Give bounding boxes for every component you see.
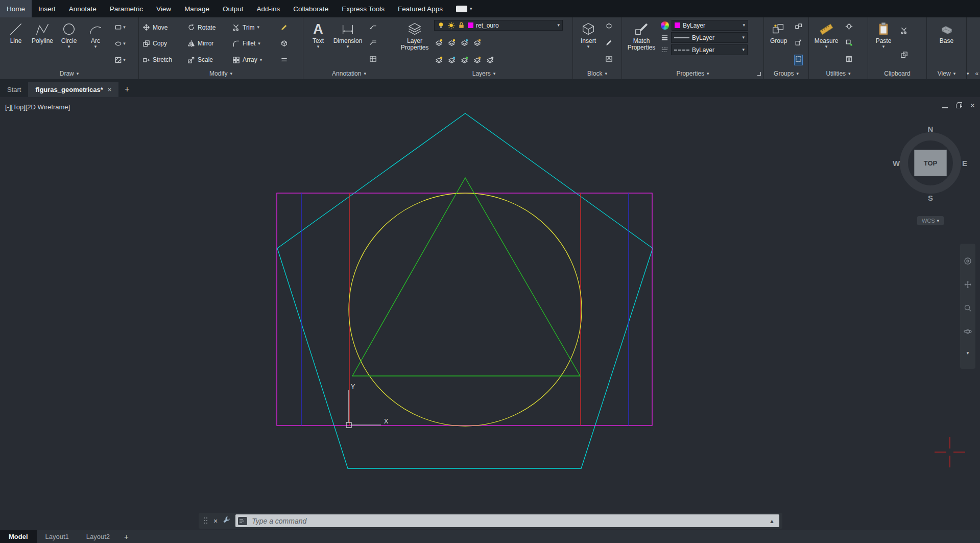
color-wheel-icon[interactable] xyxy=(661,21,669,30)
group-edit-button[interactable] xyxy=(795,39,802,49)
ribbon-collapse-icon[interactable]: « xyxy=(975,70,979,77)
layer-lock-button[interactable] xyxy=(473,39,481,49)
command-history-icon[interactable]: ▲ xyxy=(769,518,775,524)
menu-tab-output[interactable]: Output xyxy=(216,0,250,17)
menu-tab-view[interactable]: View xyxy=(150,0,178,17)
lineweight-select[interactable]: ByLayer ▾ xyxy=(671,32,748,43)
rectangle-tool-button[interactable]: ▾ xyxy=(114,23,126,31)
annotation-panel-title[interactable]: Annotation ▾ xyxy=(303,68,395,79)
insert-button[interactable]: Insert ▾ xyxy=(576,19,601,68)
polyline-button[interactable]: Polyline xyxy=(29,19,56,68)
dimension-button[interactable]: Dimension ▾ xyxy=(330,19,365,68)
copy-button[interactable]: Copy xyxy=(141,36,186,52)
command-input[interactable]: Type a command ▲ xyxy=(235,514,779,527)
block-panel-title[interactable]: Block ▾ xyxy=(573,68,622,79)
pan-icon[interactable] xyxy=(964,280,972,291)
base-view-button[interactable]: Base xyxy=(934,19,960,68)
orbit-icon[interactable] xyxy=(964,327,972,338)
array-button[interactable]: Array ▾ xyxy=(231,52,279,68)
drag-grip-icon[interactable] xyxy=(204,517,208,524)
quick-select-button[interactable] xyxy=(845,39,853,49)
trim-button[interactable]: Trim ▾ xyxy=(231,19,279,36)
clipboard-panel-title[interactable]: Clipboard xyxy=(868,68,926,79)
layer-on-button[interactable] xyxy=(435,56,443,66)
viewport-controls[interactable]: [-][Top][2D Wireframe] xyxy=(5,103,70,111)
navbar-more-icon[interactable]: ▾ xyxy=(967,351,969,356)
layers-panel-title[interactable]: Layers ▾ xyxy=(395,68,572,79)
viewcube-west[interactable]: W xyxy=(893,159,900,168)
command-customize-icon[interactable] xyxy=(238,517,247,525)
layer-properties-button[interactable]: Layer Properties xyxy=(398,19,432,68)
layer-unisolate-button[interactable] xyxy=(448,56,456,66)
new-drawing-button[interactable]: + xyxy=(118,82,135,97)
explode-button[interactable] xyxy=(279,36,293,52)
close-icon[interactable]: × xyxy=(970,102,975,109)
chevron-down-icon[interactable]: ▾ xyxy=(347,44,349,49)
id-point-button[interactable] xyxy=(845,22,853,32)
restore-icon[interactable] xyxy=(956,101,962,110)
chevron-down-icon[interactable]: ▾ xyxy=(94,44,97,49)
viewcube-east[interactable]: E xyxy=(962,159,967,168)
close-command-icon[interactable]: × xyxy=(213,517,218,525)
cut-button[interactable] xyxy=(900,27,908,36)
scale-button[interactable]: Scale xyxy=(186,52,231,68)
block-attributes-button[interactable] xyxy=(605,55,613,65)
chevron-down-icon[interactable]: ▾ xyxy=(317,44,320,49)
leader-button[interactable] xyxy=(369,22,377,32)
ribbon-minimize-icon[interactable]: ▾ xyxy=(967,72,969,76)
menu-tab-featured-apps[interactable]: Featured Apps xyxy=(391,0,449,17)
properties-panel-title[interactable]: Properties ▾ xyxy=(622,68,763,79)
layer-match-button[interactable] xyxy=(486,56,494,66)
line-button[interactable]: Line xyxy=(3,19,29,68)
steering-wheel-icon[interactable] xyxy=(964,257,972,267)
move-button[interactable]: Move xyxy=(141,19,186,36)
rotate-button[interactable]: Rotate xyxy=(186,19,231,36)
layer-thaw-button[interactable] xyxy=(461,56,468,66)
wcs-menu[interactable]: WCS ▾ xyxy=(917,216,944,225)
modify-panel-title[interactable]: Modify ▾ xyxy=(139,68,303,79)
quick-calc-button[interactable] xyxy=(845,55,853,65)
menu-tab-express-tools[interactable]: Express Tools xyxy=(335,0,391,17)
multileader-button[interactable] xyxy=(369,39,377,49)
fillet-button[interactable]: Fillet ▾ xyxy=(231,36,279,52)
new-layout-button[interactable]: + xyxy=(118,530,134,543)
view-panel-title[interactable]: View ▾ xyxy=(927,68,966,79)
match-properties-button[interactable]: Match Properties xyxy=(625,19,658,68)
group-button[interactable]: Group xyxy=(767,19,791,68)
menu-tab-collaborate[interactable]: Collaborate xyxy=(286,0,335,17)
layer-off-button[interactable] xyxy=(435,39,443,49)
paste-button[interactable]: Paste ▾ xyxy=(871,19,896,68)
menu-tab-addins[interactable]: Add-ins xyxy=(250,0,286,17)
block-editor-button[interactable] xyxy=(605,39,613,49)
menu-tab-parametric[interactable]: Parametric xyxy=(103,0,150,17)
viewcube-north[interactable]: N xyxy=(928,125,934,133)
tab-layout2[interactable]: Layout2 xyxy=(78,530,118,543)
tab-layout1[interactable]: Layout1 xyxy=(37,530,78,543)
close-tab-icon[interactable]: × xyxy=(108,86,112,93)
layer-isolate-button[interactable] xyxy=(448,39,456,49)
arc-button[interactable]: Arc ▾ xyxy=(82,19,109,68)
linetype-icon[interactable] xyxy=(661,46,668,54)
text-button[interactable]: A Text ▾ xyxy=(306,19,330,68)
menu-tab-annotate[interactable]: Annotate xyxy=(62,0,103,17)
hatch-tool-button[interactable]: ▾ xyxy=(114,56,126,64)
menu-tab-home[interactable]: Home xyxy=(0,0,32,17)
layer-unlock-button[interactable] xyxy=(473,56,481,66)
mirror-button[interactable]: Mirror xyxy=(186,36,231,52)
ribbon-display-toggle[interactable]: ▾ xyxy=(449,0,479,17)
stretch-button[interactable]: Stretch xyxy=(141,52,186,68)
offset-button[interactable] xyxy=(279,52,293,68)
zoom-icon[interactable] xyxy=(964,304,972,314)
layer-select[interactable]: ret_ouro ▾ xyxy=(434,20,563,31)
linetype-select[interactable]: ByLayer ▾ xyxy=(671,44,748,55)
ellipse-tool-button[interactable]: ▾ xyxy=(114,40,126,48)
minimize-icon[interactable] xyxy=(942,101,948,110)
draw-panel-title[interactable]: Draw ▾ xyxy=(0,68,138,79)
edit-polyline-button[interactable] xyxy=(279,19,293,36)
drawing-canvas[interactable]: [-][Top][2D Wireframe] × N W E S TOP WCS… xyxy=(0,97,980,530)
create-block-button[interactable] xyxy=(605,22,613,32)
chevron-down-icon[interactable]: ▾ xyxy=(587,44,590,49)
menu-tab-manage[interactable]: Manage xyxy=(178,0,216,17)
groups-panel-title[interactable]: Groups ▾ xyxy=(764,68,808,79)
tab-model[interactable]: Model xyxy=(0,530,37,543)
